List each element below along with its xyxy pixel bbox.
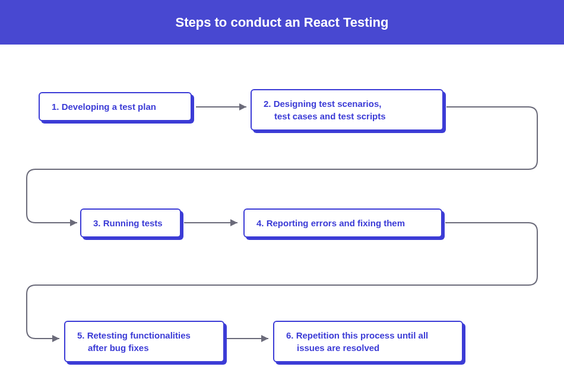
header-bar: Steps to conduct an React Testing	[0, 0, 564, 45]
step-text: Repetition this process until all	[296, 330, 429, 340]
step-num: 2.	[264, 99, 271, 109]
step-text: Reporting errors and fixing them	[267, 218, 405, 228]
step-text-line2: test cases and test scripts	[264, 110, 430, 122]
step-text-line2: issues are resolved	[286, 342, 450, 354]
step-num: 5.	[77, 330, 85, 340]
step-text: Retesting functionalities	[87, 330, 191, 340]
step-text: Developing a test plan	[62, 102, 156, 112]
step-num: 6.	[286, 330, 294, 340]
step-box-5: 5. Retesting functionalities after bug f…	[64, 321, 224, 362]
step-text: Designing test scenarios,	[274, 99, 382, 109]
step-text: Running tests	[103, 218, 163, 228]
step-box-1: 1. Developing a test plan	[39, 92, 192, 121]
step-box-2: 2. Designing test scenarios, test cases …	[251, 89, 443, 131]
step-num: 1.	[52, 102, 59, 112]
step-box-6: 6. Repetition this process until all iss…	[273, 321, 463, 362]
step-num: 3.	[93, 218, 101, 228]
flow-diagram: 1. Developing a test plan 2. Designing t…	[0, 45, 564, 392]
step-text-line2: after bug fixes	[77, 342, 211, 354]
page-title: Steps to conduct an React Testing	[176, 15, 389, 30]
step-box-4: 4. Reporting errors and fixing them	[243, 208, 442, 238]
step-box-3: 3. Running tests	[80, 208, 181, 238]
step-num: 4.	[256, 218, 264, 228]
